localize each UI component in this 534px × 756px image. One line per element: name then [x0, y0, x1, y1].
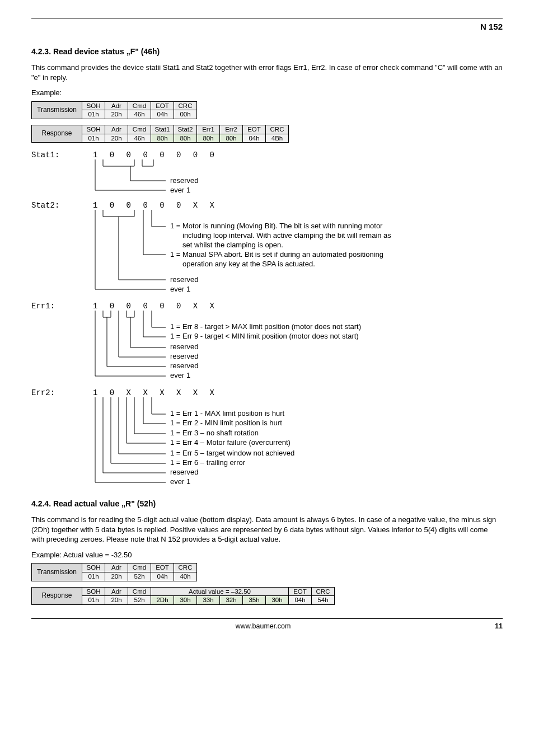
svg-text:reserved: reserved: [170, 352, 199, 360]
svg-text:ever 1: ever 1: [170, 186, 190, 193]
example-label-1: Example:: [31, 88, 503, 98]
section-2-heading: 4.2.4. Read actual value „R" (52h): [31, 499, 503, 508]
svg-text:1 = Err 6 – trailing error: 1 = Err 6 – trailing error: [170, 458, 246, 467]
footer-page: 11: [495, 622, 503, 630]
example-label-2: Example: Actual value = -32.50: [31, 550, 503, 560]
stat2-diagram: 1 = Motor is running (Moving Bit). The b…: [93, 210, 502, 294]
section-1-heading: 4.2.3. Read device status „F" (46h): [31, 47, 503, 56]
svg-text:reserved: reserved: [170, 361, 199, 370]
svg-text:1 = Err 3 – no shaft rotation: 1 = Err 3 – no shaft rotation: [170, 429, 259, 437]
stat2-block: Stat2: 1 0 0 0 0 0 X X 1 = Motor is runn…: [31, 201, 503, 294]
stat1-diagram: reserved ever 1: [93, 159, 227, 193]
svg-text:reserved: reserved: [170, 468, 199, 476]
svg-text:1 = Err 2 - MIN limit  positio: 1 = Err 2 - MIN limit position is hurt: [170, 419, 282, 427]
header-code: N 152: [31, 18, 503, 31]
err1-diagram: 1 = Err 8 - target > MAX limit position …: [93, 311, 502, 381]
err1-block: Err1: 1 0 0 0 0 0 X X 1 = Err 8 - target: [31, 302, 503, 381]
svg-text:reserved: reserved: [170, 176, 199, 185]
svg-text:reserved: reserved: [170, 275, 199, 284]
response-table-1: Response SOHAdrCmdStat1Stat2Err1Err2EOTC…: [31, 125, 503, 143]
response-table-2: Response SOHAdrCmdActual value = –32.50E…: [31, 587, 503, 605]
svg-text:reserved: reserved: [170, 342, 199, 351]
stat1-block: Stat1: 1 0 0 0 0 0 0 0 reserved ever 1: [31, 151, 503, 193]
section-2-para: This command is for reading the 5-digit …: [31, 515, 503, 544]
svg-text:1 = Err 5 – target window not : 1 = Err 5 – target window not achieved: [170, 449, 294, 457]
transmission-table-2: Transmission SOHAdrCmdEOTCRC 01h20h52h04…: [31, 563, 503, 581]
err2-block: Err2: 1 0 X X X X X X 1 = Err 1 - MAX li: [31, 388, 503, 487]
svg-text:1 = Motor is running (Moving B: 1 = Motor is running (Moving Bit). The b…: [170, 222, 383, 230]
svg-text:ever 1: ever 1: [170, 477, 190, 486]
footer-url: www.baumer.com: [236, 622, 291, 630]
section-1-para: This command provides the device statii …: [31, 63, 503, 82]
svg-text:ever 1: ever 1: [170, 285, 190, 293]
svg-text:1 = Err 8 - target > MAX limit: 1 = Err 8 - target > MAX limit position …: [170, 322, 361, 331]
svg-text:1 = Err 9 - target < MIN  limi: 1 = Err 9 - target < MIN limit position …: [170, 332, 359, 340]
svg-text:set whilst the clamping is ope: set whilst the clamping is open.: [182, 241, 283, 249]
svg-text:ever 1: ever 1: [170, 371, 190, 379]
page-footer: www.baumer.com 11: [31, 618, 503, 630]
svg-text:including loop interval. With : including loop interval. With active cla…: [182, 231, 391, 240]
svg-text:1 = Manual SPA abort. Bit is s: 1 = Manual SPA abort. Bit is set if duri…: [170, 250, 383, 259]
svg-text:1 = Err 1 - MAX limit position: 1 = Err 1 - MAX limit position is hurt: [170, 409, 284, 417]
transmission-table-1: Transmission SOHAdrCmdEOTCRC 01h20h46h04…: [31, 101, 503, 119]
err2-diagram: 1 = Err 1 - MAX limit position is hurt 1…: [93, 397, 502, 487]
svg-text:1 = Err 4 – Motor failure (ove: 1 = Err 4 – Motor failure (overcurrent): [170, 438, 291, 447]
svg-text:operation any key at the SPA i: operation any key at the SPA is actuated…: [182, 260, 315, 268]
